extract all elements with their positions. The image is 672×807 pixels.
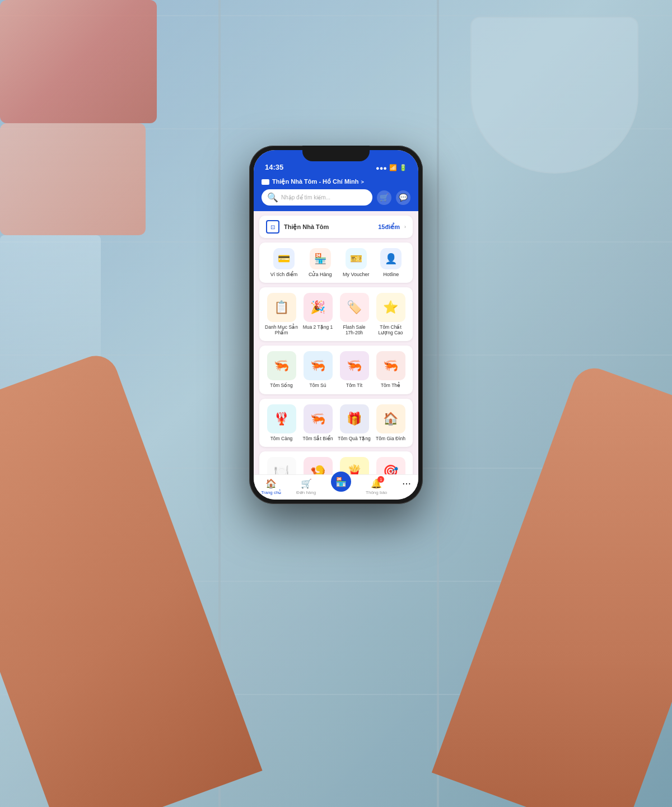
nav-center[interactable]: 🏪 <box>331 478 351 495</box>
cat-tomhapmuoi[interactable]: 🍤 Tôm Hấp Muối <box>301 457 334 474</box>
cat-mua2tang1[interactable]: 🎉 Mua 2 Tặng 1 <box>301 293 334 335</box>
store-row[interactable]: Thiện Nhà Tôm - Hồ Chí Minh > <box>262 178 410 185</box>
frozen-item-top-right <box>0 123 146 235</box>
cat-grid-row3: 🦞 Tôm Càng 🦐 Tôm Sắt Biển 🎁 Tôm Quà Tặng <box>265 404 407 441</box>
phone-outer: 14:35 ●●● 📶 🔋 Thiện Nhà Tôm - Hồ Chí Min… <box>249 146 423 504</box>
cat-icon-tomgiadinh: 🏠 <box>376 404 405 433</box>
cat-icon-tomsatbien: 🦐 <box>304 404 333 433</box>
bottom-nav: 🏠 Trang chủ 🛒 Đơn hàng 🏪 🔔 <box>254 474 418 500</box>
nav-icon-donhang: 🛒 <box>301 478 312 489</box>
nav-donhang[interactable]: 🛒 Đơn hàng <box>296 478 316 495</box>
cat-tomquatang[interactable]: 🎁 Tôm Quà Tặng <box>338 404 371 441</box>
cat-flash[interactable]: 🏷️ Flash Sale 17h-20h <box>338 293 371 335</box>
category-section-row2: 🦐 Tôm Sống 🦐 Tôm Sú 🦐 Tôm Tít <box>259 346 413 394</box>
cat-label-chatluong: Tôm Chất Lượng Cao <box>374 324 407 335</box>
cat-icon-tomthe: 🦐 <box>376 351 405 380</box>
nav-trangchu[interactable]: 🏠 Trang chủ <box>261 478 281 495</box>
cat-label-danhmuc: Danh Mục Sản Phẩm <box>265 324 298 335</box>
plastic-bag <box>470 17 638 174</box>
cat-grid-row1: 📋 Danh Mục Sản Phẩm 🎉 Mua 2 Tặng 1 🏷️ Fl… <box>265 293 407 335</box>
nav-label-thongbao: Thông báo <box>366 490 387 495</box>
status-icons: ●●● 📶 🔋 <box>376 164 407 171</box>
main-content[interactable]: ⊡ Thiện Nhà Tôm 15điểm › 💳 Ví tích điểm … <box>254 211 418 474</box>
phone-container: 14:35 ●●● 📶 🔋 Thiện Nhà Tôm - Hồ Chí Min… <box>249 146 423 504</box>
scene-wrapper: 14:35 ●●● 📶 🔋 Thiện Nhà Tôm - Hồ Chí Min… <box>0 0 672 807</box>
cat-label-tomthe: Tôm Thẻ <box>381 382 400 388</box>
qa-my-voucher[interactable]: 🎫 My Voucher <box>343 248 370 277</box>
qa-label-hotline: Hotline <box>383 272 399 277</box>
cat-icon-mua2tang1: 🎉 <box>304 293 333 322</box>
qa-cua-hang[interactable]: 🏪 Cửa Hàng <box>309 248 332 277</box>
app-header: Thiện Nhà Tôm - Hồ Chí Minh > 🔍 Nhập để … <box>254 175 418 211</box>
cat-icon-combotietkiem: 🎯 <box>376 457 405 474</box>
qa-vi-tich-diem[interactable]: 💳 Ví tích điểm <box>270 248 298 277</box>
qa-icon-hotline: 👤 <box>380 248 402 269</box>
cat-icon-tomhapmuoi: 🍤 <box>304 457 333 474</box>
cat-tomsong[interactable]: 🦐 Tôm Sống <box>265 351 298 388</box>
cat-icon-tomquatang: 🎁 <box>340 404 369 433</box>
nav-icon-trangchu: 🏠 <box>265 478 277 489</box>
cat-combotietkiem[interactable]: 🎯 Combo tiết kiệm <box>374 457 407 474</box>
search-row: 🔍 Nhập để tìm kiếm... 🛒 💬 <box>262 189 410 206</box>
qa-label-vi: Ví tích điểm <box>270 272 298 277</box>
nav-center-button[interactable]: 🏪 <box>331 472 351 492</box>
cat-label-tomsu: Tôm Sú <box>310 382 326 388</box>
loyalty-points: 15điểm <box>378 223 400 231</box>
cat-icon-tomcang: 🦞 <box>267 404 296 433</box>
loyalty-name: Thiện Nhà Tôm <box>284 223 374 231</box>
cat-tomgiadinh[interactable]: 🏠 Tôm Gia Đình <box>374 404 407 441</box>
nav-icon-more: ⋯ <box>402 478 411 489</box>
cat-tomnhahang[interactable]: 🍽️ Tôm Nhà Hàng <box>265 457 298 474</box>
category-section-row4: 🍽️ Tôm Nhà Hàng 🍤 Tôm Hấp Muối 🍟 Tôm Tem… <box>259 451 413 474</box>
cat-tomtit[interactable]: 🦐 Tôm Tít <box>338 351 371 388</box>
cat-icon-danhmuc: 📋 <box>267 293 296 322</box>
cat-tomsu[interactable]: 🦐 Tôm Sú <box>301 351 334 388</box>
cat-label-tomcang: Tôm Càng <box>270 436 293 441</box>
search-icon: 🔍 <box>267 192 278 203</box>
qa-hotline[interactable]: 👤 Hotline <box>380 248 402 277</box>
store-chevron: > <box>361 179 364 185</box>
cat-icon-tomtit: 🦐 <box>340 351 369 380</box>
cat-tomcang[interactable]: 🦞 Tôm Càng <box>265 404 298 441</box>
cat-icon-tomnhahang: 🍽️ <box>267 457 296 474</box>
cat-label-tomquatang: Tôm Quà Tặng <box>338 436 370 441</box>
cat-label-tomsatbien: Tôm Sắt Biển <box>302 436 333 441</box>
category-section-row1: 📋 Danh Mục Sản Phẩm 🎉 Mua 2 Tặng 1 🏷️ Fl… <box>259 287 413 341</box>
cat-icon-chatluong: ⭐ <box>376 293 405 322</box>
cat-tomsatbien[interactable]: 🦐 Tôm Sắt Biển <box>301 404 334 441</box>
scan-icon[interactable]: ⊡ <box>266 220 279 234</box>
loyalty-card[interactable]: ⊡ Thiện Nhà Tôm 15điểm › <box>259 216 413 238</box>
nav-thongbao[interactable]: 🔔 1 Thông báo <box>366 478 387 495</box>
status-time: 14:35 <box>265 163 283 171</box>
cat-label-mua2tang1: Mua 2 Tặng 1 <box>303 324 333 330</box>
cat-grid-row2: 🦐 Tôm Sống 🦐 Tôm Sú 🦐 Tôm Tít <box>265 351 407 388</box>
qa-label-voucher: My Voucher <box>343 272 370 277</box>
loyalty-chevron: › <box>404 224 406 230</box>
phone-screen: 14:35 ●●● 📶 🔋 Thiện Nhà Tôm - Hồ Chí Min… <box>254 150 418 500</box>
cat-label-flash: Flash Sale 17h-20h <box>338 324 371 335</box>
cat-chatluong[interactable]: ⭐ Tôm Chất Lượng Cao <box>374 293 407 335</box>
nav-label-trangchu: Trang chủ <box>261 490 281 495</box>
cat-label-tomsong: Tôm Sống <box>270 382 293 388</box>
frozen-item-top-left <box>0 0 157 123</box>
nav-more[interactable]: ⋯ <box>402 478 411 495</box>
cat-icon-tomsu: 🦐 <box>304 351 333 380</box>
battery-icon: 🔋 <box>399 164 407 171</box>
cat-icon-tomsong: 🦐 <box>267 351 296 380</box>
store-icon <box>262 179 269 185</box>
quick-actions: 💳 Ví tích điểm 🏪 Cửa Hàng 🎫 My Voucher <box>259 242 413 283</box>
search-placeholder: Nhập để tìm kiếm... <box>281 194 330 200</box>
cat-icon-flash: 🏷️ <box>340 293 369 322</box>
qa-icon-cuahang: 🏪 <box>310 248 331 269</box>
search-box[interactable]: 🔍 Nhập để tìm kiếm... <box>262 189 372 206</box>
signal-icon: ●●● <box>376 165 387 171</box>
wifi-icon: 📶 <box>389 164 397 171</box>
cat-tomthe[interactable]: 🦐 Tôm Thẻ <box>374 351 407 388</box>
cat-danhmuc[interactable]: 📋 Danh Mục Sản Phẩm <box>265 293 298 335</box>
phone-notch <box>302 146 370 161</box>
nav-center-icon: 🏪 <box>335 477 347 487</box>
qa-icon-vi: 💳 <box>273 248 295 269</box>
cart-icon-button[interactable]: 🛒 <box>377 190 391 205</box>
chat-icon-button[interactable]: 💬 <box>396 190 410 205</box>
category-section-row3: 🦞 Tôm Càng 🦐 Tôm Sắt Biển 🎁 Tôm Quà Tặng <box>259 399 413 447</box>
